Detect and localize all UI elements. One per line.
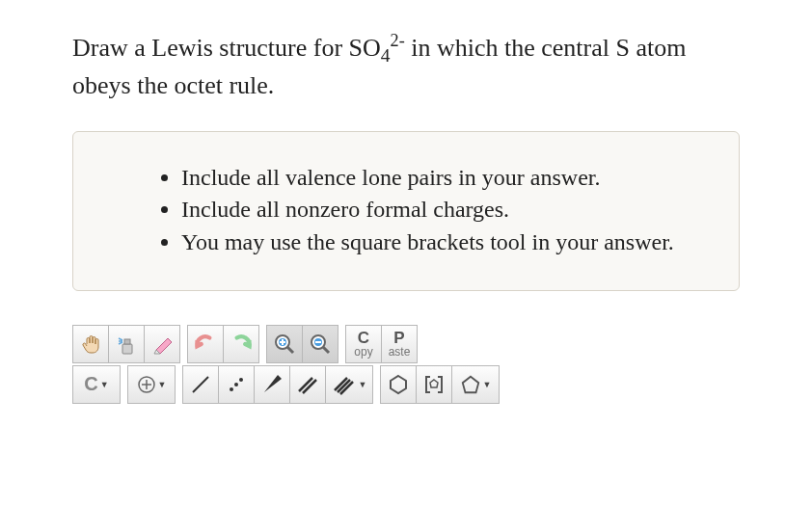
element-picker-button[interactable]: C ▼ <box>72 365 121 404</box>
question-prefix: Draw a Lewis structure for <box>72 34 349 62</box>
svg-point-16 <box>234 383 238 386</box>
spray-tool-button[interactable] <box>108 325 145 363</box>
svg-marker-23 <box>391 376 406 393</box>
toolbar-row-1: C opy P aste <box>72 325 740 365</box>
double-bond-button[interactable] <box>289 365 326 404</box>
drawing-toolbar: C opy P aste C ▼ ▼ <box>72 325 740 406</box>
plus-circle-icon <box>137 375 156 394</box>
redo-icon <box>229 332 254 357</box>
formula-base: SO <box>349 34 381 62</box>
undo-icon <box>193 332 218 357</box>
instruction-item: Include all nonzero formal charges. <box>181 195 690 225</box>
redo-button[interactable] <box>223 325 259 363</box>
polygon-button[interactable]: ▼ <box>451 365 500 404</box>
svg-marker-25 <box>462 377 478 393</box>
paste-label-top: P <box>393 330 404 346</box>
brackets-button[interactable] <box>416 365 452 404</box>
hand-icon <box>79 333 102 356</box>
svg-marker-24 <box>430 380 438 387</box>
svg-line-3 <box>287 347 293 353</box>
ring-button[interactable] <box>380 365 417 404</box>
eraser-tool-button[interactable] <box>144 325 180 363</box>
undo-button[interactable] <box>187 325 224 363</box>
zoom-out-button[interactable] <box>302 325 338 363</box>
paste-label-bottom: aste <box>389 346 411 358</box>
formula-subscript: 4 <box>381 45 391 66</box>
zoom-in-icon <box>273 333 296 356</box>
instruction-item: Include all valence lone pairs in your a… <box>181 163 690 193</box>
chevron-down-icon: ▼ <box>100 380 109 389</box>
lone-pair-icon <box>224 372 249 397</box>
zoom-in-button[interactable] <box>266 325 303 363</box>
zoom-out-icon <box>309 333 332 356</box>
double-bond-icon <box>295 372 320 397</box>
hexagon-icon <box>387 373 410 396</box>
wedge-icon <box>259 372 284 397</box>
eraser-icon <box>150 333 174 356</box>
charge-button[interactable]: ▼ <box>127 365 176 404</box>
spray-icon <box>115 333 138 356</box>
formula-superscript: 2- <box>391 31 405 50</box>
wedge-bond-button[interactable] <box>254 365 290 404</box>
single-bond-button[interactable] <box>182 365 219 404</box>
svg-rect-0 <box>122 344 132 354</box>
svg-rect-1 <box>124 339 130 344</box>
chevron-down-icon: ▼ <box>359 380 367 389</box>
element-label: C <box>84 373 97 395</box>
toolbar-row-2: C ▼ ▼ <box>72 365 740 406</box>
pentagon-icon <box>460 374 481 395</box>
question-prompt: Draw a Lewis structure for SO42- in whic… <box>72 29 740 102</box>
chevron-down-icon: ▼ <box>483 380 492 389</box>
brackets-icon <box>422 373 446 396</box>
svg-point-15 <box>230 387 233 391</box>
instructions-panel: Include all valence lone pairs in your a… <box>72 131 740 291</box>
triple-bond-icon <box>332 372 357 397</box>
lone-pair-button[interactable] <box>218 365 255 404</box>
svg-point-17 <box>239 378 243 382</box>
copy-label-bottom: opy <box>354 346 372 358</box>
single-bond-icon <box>188 372 213 397</box>
copy-label-top: C <box>358 330 369 346</box>
instruction-item: You may use the square brackets tool in … <box>181 227 690 257</box>
chevron-down-icon: ▼ <box>158 380 167 389</box>
paste-button[interactable]: P aste <box>381 325 418 363</box>
triple-bond-button[interactable]: ▼ <box>325 365 373 404</box>
hand-tool-button[interactable] <box>72 325 109 363</box>
copy-button[interactable]: C opy <box>345 325 382 363</box>
svg-line-14 <box>193 377 208 392</box>
svg-line-8 <box>323 347 329 353</box>
